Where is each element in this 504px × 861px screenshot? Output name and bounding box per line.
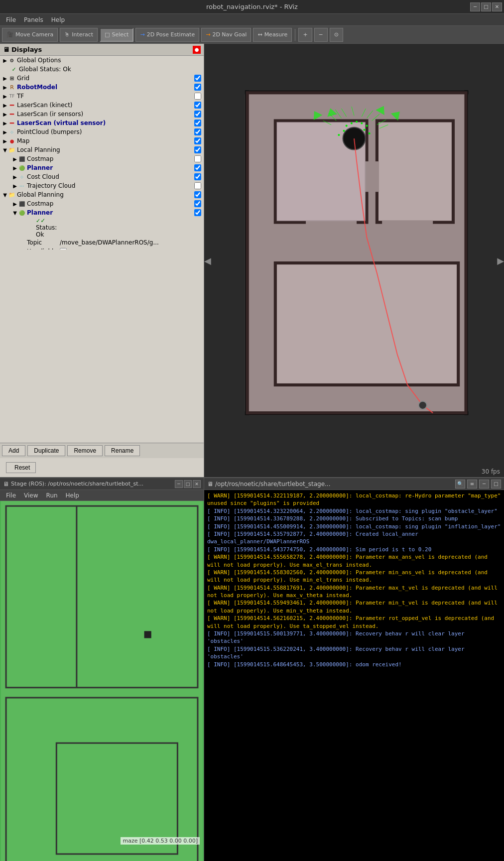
console-search-btn[interactable]: 🔍 bbox=[455, 480, 465, 489]
checkbox-laser-ir[interactable] bbox=[194, 111, 202, 118]
tree-item-cost-cloud[interactable]: ▶ ⁘ Cost Cloud bbox=[0, 172, 204, 181]
interact-icon: 🖱 bbox=[64, 31, 70, 38]
arrow-map[interactable]: ▶ bbox=[2, 138, 8, 144]
tree-item-local-costmap[interactable]: ▶ ⬛ Costmap bbox=[0, 154, 204, 163]
tree-item-robot-model[interactable]: ▶ R RobotModel bbox=[0, 83, 204, 92]
console-restore-btn[interactable]: □ bbox=[491, 480, 501, 489]
console-line-10: [ WARN] [1599014514.562160215, 2.4000000… bbox=[207, 615, 501, 630]
checkbox-map[interactable] bbox=[194, 137, 202, 144]
nav-goal-btn[interactable]: → 2D Nav Goal bbox=[201, 28, 251, 42]
close-btn[interactable]: ✕ bbox=[492, 2, 502, 11]
arrow-local-costmap[interactable]: ▶ bbox=[12, 156, 18, 162]
restore-btn[interactable]: □ bbox=[481, 2, 491, 11]
tree-item-global-options[interactable]: ▶ ⚙ Global Options bbox=[0, 56, 204, 65]
3d-view-canvas[interactable]: ◀ ▶ 30 fps bbox=[204, 44, 504, 477]
stage-canvas[interactable]: maze [0.42 0.53 0.00 0.00] bbox=[0, 501, 204, 861]
pose-estimate-btn[interactable]: → 2D Pose Estimate bbox=[135, 28, 199, 42]
stage-menu-view[interactable]: View bbox=[20, 491, 42, 500]
remove-btn[interactable]: Remove bbox=[67, 445, 103, 456]
interact-btn[interactable]: 🖱 Interact bbox=[60, 28, 98, 42]
displays-close-btn[interactable]: ● bbox=[193, 46, 201, 54]
arrow-local-planner[interactable]: ▶ bbox=[12, 165, 18, 171]
console-menu-btn[interactable]: ≡ bbox=[467, 480, 477, 489]
reset-row: Reset bbox=[0, 458, 204, 477]
measure-btn[interactable]: ↔ Measure bbox=[253, 28, 292, 42]
select-label: Select bbox=[112, 31, 129, 38]
arrow-laser-virtual[interactable]: ▶ bbox=[2, 121, 8, 126]
view-right-arrow[interactable]: ▶ bbox=[497, 255, 504, 266]
arrow-global-planner[interactable]: ▼ bbox=[12, 210, 18, 216]
view-minus-btn[interactable]: − bbox=[314, 28, 328, 42]
tree-item-global-planning[interactable]: ▼ 📁 Global Planning bbox=[0, 190, 204, 199]
arrow-global-costmap[interactable]: ▶ bbox=[12, 201, 18, 207]
label-local-costmap: Costmap bbox=[27, 155, 194, 162]
checkbox-local-costmap[interactable] bbox=[194, 155, 202, 162]
arrow-global-options[interactable]: ▶ bbox=[2, 58, 8, 63]
reset-btn[interactable]: Reset bbox=[6, 462, 36, 473]
nav-goal-label: 2D Nav Goal bbox=[212, 31, 247, 38]
checkbox-global-costmap[interactable] bbox=[194, 200, 202, 207]
arrow-laser-kinect[interactable]: ▶ bbox=[2, 103, 8, 108]
stage-menu-run[interactable]: Run bbox=[42, 491, 62, 500]
tree-item-pointcloud[interactable]: ▶ ⁘ PointCloud (bumpers) bbox=[0, 127, 204, 136]
checkbox-tf[interactable] bbox=[194, 93, 202, 100]
checkbox-laser-virtual[interactable] bbox=[194, 120, 202, 126]
arrow-laser-ir[interactable]: ▶ bbox=[2, 112, 8, 117]
pose-estimate-label: 2D Pose Estimate bbox=[147, 31, 195, 38]
console-line-3: [ INFO] [1599014514.455009914, 2.3000000… bbox=[207, 523, 501, 530]
tree-item-global-status[interactable]: Global Status: Ok bbox=[0, 65, 204, 74]
stage-menu-help[interactable]: Help bbox=[62, 491, 83, 500]
move-camera-btn[interactable]: 🎥 Move Camera bbox=[2, 28, 58, 42]
checkbox-traj-cloud[interactable] bbox=[194, 182, 202, 189]
checkbox-grid[interactable] bbox=[194, 75, 202, 82]
duplicate-btn[interactable]: Duplicate bbox=[27, 445, 65, 456]
arrow-pointcloud[interactable]: ▶ bbox=[2, 129, 8, 135]
label-cost-cloud: Cost Cloud bbox=[27, 173, 194, 180]
tree-item-global-planner[interactable]: ▼ 🟢 Planner bbox=[0, 208, 204, 217]
menu-file[interactable]: File bbox=[2, 15, 20, 24]
checkbox-local-planning[interactable] bbox=[194, 146, 202, 153]
arrow-tf[interactable]: ▶ bbox=[2, 94, 8, 99]
map-svg bbox=[204, 44, 504, 477]
checkbox-laser-kinect[interactable] bbox=[194, 102, 202, 109]
select-btn[interactable]: □ Select bbox=[100, 28, 133, 42]
prop-status-label: Status: Ok bbox=[36, 224, 57, 238]
tree-item-laser-ir[interactable]: ▶ ━ LaserScan (ir sensors) bbox=[0, 110, 204, 119]
stage-close-btn[interactable]: ✕ bbox=[193, 480, 201, 488]
arrow-cost-cloud[interactable]: ▶ bbox=[12, 174, 18, 180]
view-left-arrow[interactable]: ◀ bbox=[204, 255, 211, 266]
tree-item-laser-virtual[interactable]: ▶ ━ LaserScan (virtual sensor) bbox=[0, 119, 204, 127]
arrow-grid[interactable]: ▶ bbox=[2, 76, 8, 81]
console-line-6: [ WARN] [1599014514.555658278, 2.4000000… bbox=[207, 553, 501, 569]
stage-restore-btn[interactable]: □ bbox=[184, 480, 192, 488]
checkbox-global-planning[interactable] bbox=[194, 191, 202, 198]
checkbox-robot-model[interactable] bbox=[194, 84, 202, 91]
checkbox-pointcloud[interactable] bbox=[194, 128, 202, 135]
arrow-robot-model[interactable]: ▶ bbox=[2, 85, 8, 90]
stage-minimize-btn[interactable]: ─ bbox=[175, 480, 183, 488]
arrow-local-planning[interactable]: ▼ bbox=[2, 147, 8, 153]
tree-item-laser-kinect[interactable]: ▶ ━ LaserScan (kinect) bbox=[0, 101, 204, 110]
arrow-traj-cloud[interactable]: ▶ bbox=[12, 183, 18, 189]
view-plus-btn[interactable]: + bbox=[298, 28, 312, 42]
console-minimize-btn[interactable]: ─ bbox=[479, 480, 489, 489]
view-reset-btn[interactable]: ⊙ bbox=[330, 28, 343, 42]
traj-cloud-icon: ⋯ bbox=[18, 182, 26, 190]
tree-item-local-planning[interactable]: ▼ 📁 Local Planning bbox=[0, 145, 204, 154]
minimize-btn[interactable]: ─ bbox=[470, 2, 480, 11]
add-btn[interactable]: Add bbox=[2, 445, 25, 456]
menu-help[interactable]: Help bbox=[47, 15, 69, 24]
tree-item-map[interactable]: ▶ ● Map bbox=[0, 136, 204, 145]
checkbox-cost-cloud[interactable] bbox=[194, 173, 202, 180]
tree-item-traj-cloud[interactable]: ▶ ⋯ Trajectory Cloud bbox=[0, 181, 204, 190]
stage-menu-file[interactable]: File bbox=[2, 491, 20, 500]
checkbox-global-planner[interactable] bbox=[194, 209, 202, 216]
menu-panels[interactable]: Panels bbox=[20, 15, 47, 24]
tree-item-global-costmap[interactable]: ▶ ⬛ Costmap bbox=[0, 199, 204, 208]
tree-item-tf[interactable]: ▶ TF TF bbox=[0, 92, 204, 101]
arrow-global-planning[interactable]: ▼ bbox=[2, 192, 8, 198]
checkbox-local-planner[interactable] bbox=[194, 164, 202, 171]
tree-item-local-planner[interactable]: ▶ 🟢 Planner bbox=[0, 163, 204, 172]
tree-item-grid[interactable]: ▶ ⊞ Grid bbox=[0, 74, 204, 83]
rename-btn[interactable]: Rename bbox=[105, 445, 140, 456]
